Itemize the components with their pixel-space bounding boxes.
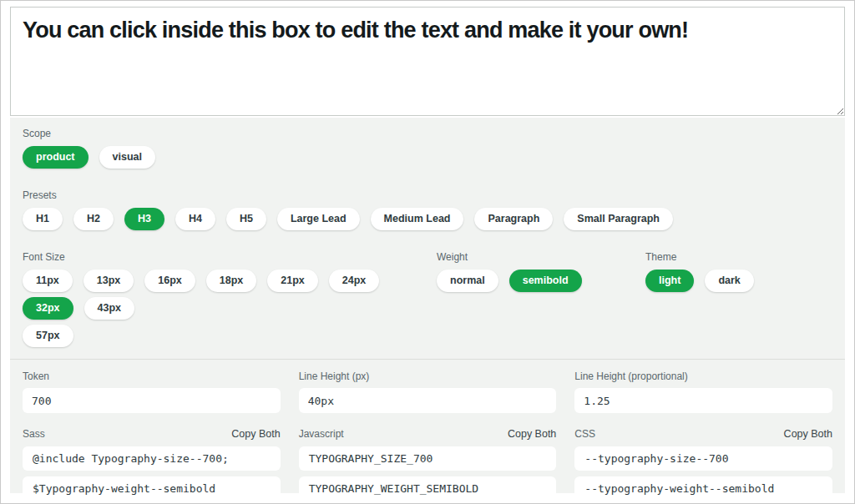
pill-light[interactable]: light — [645, 270, 694, 292]
javascript-size-code: TYPOGRAPHY_SIZE_700 — [299, 446, 557, 471]
javascript-output-block: Javascript Copy Both TYPOGRAPHY_SIZE_700… — [299, 429, 557, 504]
css-size-code: --typography-size--700 — [574, 446, 832, 471]
weight-pill-row: normal semibold — [437, 270, 645, 292]
sass-weight-code: $Typography-weight--semibold — [23, 476, 281, 501]
pill-21px[interactable]: 21px — [267, 270, 318, 292]
pill-24px[interactable]: 24px — [329, 270, 380, 292]
line-height-px-label: Line Height (px) — [299, 371, 557, 382]
pill-small-paragraph[interactable]: Small Paragraph — [564, 208, 673, 230]
pill-large-lead[interactable]: Large Lead — [277, 208, 360, 230]
controls-section: Scope product visual Presets H1 H2 H3 H4… — [10, 118, 845, 347]
pill-h3[interactable]: H3 — [124, 208, 164, 230]
outputs-section: Token Line Height (px) Line Height (prop… — [10, 360, 845, 504]
presets-pill-row: H1 H2 H3 H4 H5 Large Lead Medium Lead Pa… — [23, 208, 832, 230]
javascript-output-head: Javascript Copy Both — [299, 429, 557, 440]
sass-size-code: @include Typography-size--700; — [23, 446, 281, 471]
page: You can click inside this box to edit th… — [0, 0, 855, 504]
editor-textarea[interactable]: You can click inside this box to edit th… — [10, 7, 845, 116]
line-height-px-input[interactable] — [299, 388, 557, 413]
theme-label: Theme — [645, 252, 832, 263]
sass-copy-both-link[interactable]: Copy Both — [231, 429, 280, 440]
pill-43px[interactable]: 43px — [84, 297, 135, 320]
scope-group: Scope product visual — [23, 129, 832, 169]
css-output-block: CSS Copy Both --typography-size--700 --t… — [574, 429, 832, 504]
javascript-label: Javascript — [299, 429, 344, 440]
token-label: Token — [23, 371, 281, 382]
pill-h4[interactable]: H4 — [175, 208, 215, 230]
font-size-group: Font Size 11px 13px 16px 18px 21px 24px … — [23, 252, 437, 347]
pill-h5[interactable]: H5 — [226, 208, 266, 230]
pill-11px[interactable]: 11px — [23, 270, 73, 292]
theme-group: Theme light dark — [645, 252, 832, 347]
pill-medium-lead[interactable]: Medium Lead — [371, 208, 464, 230]
sass-output-block: Sass Copy Both @include Typography-size-… — [23, 429, 281, 504]
line-height-proportional-input[interactable] — [574, 388, 832, 413]
line-height-proportional-label: Line Height (proportional) — [574, 371, 832, 382]
pill-18px[interactable]: 18px — [206, 270, 257, 292]
css-weight-code: --typography-weight--semibold — [574, 476, 832, 501]
pill-13px[interactable]: 13px — [83, 270, 134, 292]
sass-output-head: Sass Copy Both — [23, 429, 281, 440]
sass-label: Sass — [23, 429, 45, 440]
pill-h1[interactable]: H1 — [23, 208, 63, 230]
pill-16px[interactable]: 16px — [144, 270, 195, 292]
pill-visual[interactable]: visual — [99, 146, 155, 169]
font-size-pill-row-2: 57px — [23, 325, 437, 347]
theme-pill-row: light dark — [645, 270, 832, 292]
pill-product[interactable]: product — [23, 146, 89, 169]
pill-normal[interactable]: normal — [437, 270, 498, 292]
weight-label: Weight — [437, 252, 645, 263]
presets-group: Presets H1 H2 H3 H4 H5 Large Lead Medium… — [23, 190, 832, 230]
pill-57px[interactable]: 57px — [23, 325, 73, 347]
scope-pill-row: product visual — [23, 146, 832, 169]
scope-label: Scope — [23, 129, 832, 139]
size-weight-theme-row: Font Size 11px 13px 16px 18px 21px 24px … — [23, 252, 832, 347]
weight-group: Weight normal semibold — [437, 252, 645, 347]
presets-label: Presets — [23, 190, 832, 201]
pill-semibold[interactable]: semibold — [509, 270, 582, 292]
line-height-px-field: Line Height (px) — [299, 371, 557, 413]
font-size-label: Font Size — [23, 252, 437, 263]
pill-32px[interactable]: 32px — [23, 297, 73, 320]
pill-dark[interactable]: dark — [705, 270, 753, 292]
css-label: CSS — [574, 429, 595, 440]
css-copy-both-link[interactable]: Copy Both — [784, 429, 832, 440]
font-size-pill-row-1: 11px 13px 16px 18px 21px 24px 32px 43px — [23, 270, 437, 320]
pill-h2[interactable]: H2 — [73, 208, 114, 230]
line-height-proportional-field: Line Height (proportional) — [574, 371, 832, 413]
javascript-copy-both-link[interactable]: Copy Both — [508, 429, 556, 440]
token-field: Token — [23, 371, 281, 413]
token-input[interactable] — [23, 388, 281, 413]
css-output-head: CSS Copy Both — [574, 429, 832, 440]
pill-paragraph[interactable]: Paragraph — [474, 208, 553, 230]
controls-panel: Scope product visual Presets H1 H2 H3 H4… — [10, 118, 845, 493]
javascript-weight-code: TYPOGRAPHY_WEIGHT_SEMIBOLD — [299, 476, 557, 501]
